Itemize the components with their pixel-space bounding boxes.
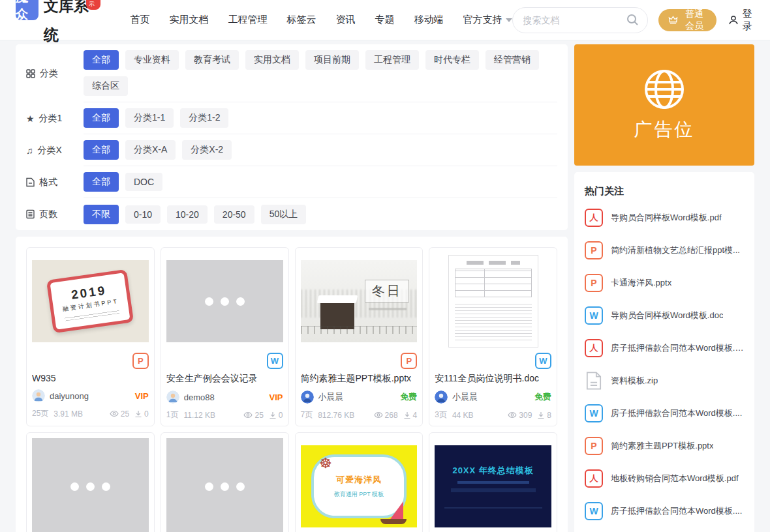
ad-banner[interactable]: 广告位 xyxy=(574,44,754,166)
document-card[interactable]: 20XX 年终总结模板 xyxy=(429,432,557,532)
nav-item-practical-docs[interactable]: 实用文档 xyxy=(170,14,209,26)
document-card[interactable] xyxy=(161,432,289,532)
document-card[interactable] xyxy=(26,432,155,532)
filter-chip[interactable]: 分类X-2 xyxy=(182,140,232,160)
document-card[interactable]: 冬日 简约素雅主题PPT模板.pptx 小晨晨 免费 xyxy=(295,247,424,426)
star-icon: ★ xyxy=(26,114,35,123)
price-badge: 免费 xyxy=(400,391,417,403)
document-grid: 2019 融资计划书PPT W935 daiyuno xyxy=(26,247,557,532)
document-title[interactable]: W935 xyxy=(32,373,149,383)
site-logo[interactable]: 魔众 文库系统 演示 xyxy=(16,0,103,49)
document-title[interactable]: 简约素雅主题PPT模板.pptx xyxy=(301,373,418,385)
ppt-format-icon xyxy=(132,353,149,369)
filter-chip[interactable]: 分类X-A xyxy=(125,140,176,160)
document-title[interactable]: 安全生产例会会议记录 xyxy=(166,373,283,385)
filter-options: 全部 分类1-1 分类1-2 xyxy=(84,102,557,134)
hot-list-item[interactable]: 房子抵押借款合同范本Word模板.pdf xyxy=(585,332,744,364)
nav-item-home[interactable]: 首页 xyxy=(131,14,150,26)
nav-item-official-support[interactable]: 官方支持 xyxy=(463,14,512,26)
crown-icon xyxy=(668,16,678,24)
nav-item-mobile[interactable]: 移动端 xyxy=(414,14,444,26)
filter-chip-all[interactable]: 全部 xyxy=(84,108,119,128)
hot-list-item[interactable]: 房子抵押借款合同范本Word模板.... xyxy=(585,495,744,527)
filter-row-format: 格式 全部 DOC xyxy=(26,166,557,198)
login-link[interactable]: 登录 xyxy=(728,8,754,33)
eye-icon xyxy=(243,411,253,419)
ppt-format-icon xyxy=(401,353,417,369)
filter-chip[interactable]: 项目前期 xyxy=(305,50,359,70)
hot-list-item[interactable]: 房子抵押借款合同范本Word模板.... xyxy=(585,397,744,430)
nav-item-project-mgmt[interactable]: 工程管理 xyxy=(228,14,268,26)
hot-list-item[interactable]: 资料模板.zip xyxy=(585,364,744,397)
logo-text: 文库系统 xyxy=(44,0,89,49)
download-icon xyxy=(403,411,411,419)
nav-item-topics[interactable]: 专题 xyxy=(375,14,395,26)
document-stats: 3页 44 KB 309 8 xyxy=(435,409,551,421)
author-name[interactable]: daiyunong xyxy=(50,391,135,401)
hot-list-item[interactable]: 导购员合同样板Word模板.doc xyxy=(585,299,744,332)
filter-chip[interactable]: 教育考试 xyxy=(185,50,239,70)
author-name[interactable]: 小晨晨 xyxy=(318,391,401,403)
filter-chip[interactable]: 50以上 xyxy=(261,205,307,224)
filter-chip[interactable]: 0-10 xyxy=(125,205,161,224)
filter-chip[interactable]: 分类1-2 xyxy=(180,108,228,128)
word-format-icon xyxy=(267,353,283,369)
sailboat-graphic xyxy=(389,501,403,521)
pages-icon xyxy=(26,209,35,219)
filter-chip[interactable]: 实用文档 xyxy=(245,50,299,70)
filter-chip-all[interactable]: 全部 xyxy=(84,140,119,160)
filter-chip[interactable]: 20-50 xyxy=(214,205,254,224)
author-name[interactable]: 小晨晨 xyxy=(452,391,534,403)
filter-chip-all[interactable]: 全部 xyxy=(84,172,119,192)
filter-chip[interactable]: DOC xyxy=(125,173,162,191)
filter-options: 不限 0-10 10-20 20-50 50以上 xyxy=(84,198,557,230)
search-icon[interactable] xyxy=(626,14,639,26)
filter-chip[interactable]: 分类1-1 xyxy=(125,108,174,128)
filter-chip[interactable]: 工程管理 xyxy=(365,50,419,70)
document-thumbnail xyxy=(435,253,551,349)
ppt-file-icon xyxy=(585,241,603,259)
document-page-preview xyxy=(448,255,538,347)
filter-chip[interactable]: 时代专栏 xyxy=(425,50,479,70)
filter-row-category1: ★ 分类1 全部 分类1-1 分类1-2 xyxy=(26,102,557,134)
filter-chip[interactable]: 综合区 xyxy=(84,76,128,96)
filter-chip[interactable]: 10-20 xyxy=(167,205,208,224)
document-card[interactable]: ☸ 可爱海洋风 教育通用 PPT 模板 xyxy=(295,432,424,532)
hot-list-item[interactable]: 简约素雅主题PPT模板.pptx xyxy=(585,430,744,462)
document-card[interactable]: 2019 融资计划书PPT W935 daiyuno xyxy=(26,247,155,426)
hot-item-name: 房子抵押借款合同范本Word模板.... xyxy=(611,407,742,419)
eye-icon xyxy=(110,410,119,417)
filter-chip[interactable]: 专业资料 xyxy=(125,50,179,70)
demo-badge: 演示 xyxy=(86,0,100,10)
author-name[interactable]: demo88 xyxy=(184,392,270,402)
filter-chip-all[interactable]: 不限 xyxy=(84,205,119,224)
view-count: 309 xyxy=(519,411,532,420)
document-card[interactable]: 安111全员岗位说明书.doc 小晨晨 免费 3页 44 KB 309 8 xyxy=(429,247,557,426)
hot-list-item[interactable]: 导购员合同样板Word模板.pdf xyxy=(585,201,744,234)
file-icon xyxy=(26,177,35,187)
filter-label-text: 页数 xyxy=(39,209,57,220)
document-card[interactable]: 安全生产例会会议记录 demo88 VIP 1页 11.12 KB 25 xyxy=(161,247,289,426)
member-button[interactable]: 普通会员 xyxy=(658,9,717,31)
hot-item-name: 导购员合同样板Word模板.doc xyxy=(611,310,723,321)
nav-item-news[interactable]: 资讯 xyxy=(336,14,356,26)
hot-list-title: 热门关注 xyxy=(585,185,744,198)
document-title[interactable]: 安111全员岗位说明书.doc xyxy=(435,373,551,385)
page-count: 3页 xyxy=(435,409,447,421)
pdf-file-icon xyxy=(585,339,603,357)
loading-dots-placeholder xyxy=(205,297,245,306)
pdf-file-icon xyxy=(585,469,603,488)
document-grid-panel: 2019 融资计划书PPT W935 daiyuno xyxy=(16,237,568,532)
filter-options: 全部 分类X-A 分类X-2 xyxy=(84,134,557,166)
top-navbar: 魔众 文库系统 演示 首页 实用文档 工程管理 标签云 资讯 专题 移动端 官方… xyxy=(0,0,770,40)
nav-item-tag-cloud[interactable]: 标签云 xyxy=(287,14,316,26)
hot-list-item[interactable]: 地板砖购销合同范本Word模板.pdf xyxy=(585,462,744,495)
filter-label-text: 格式 xyxy=(39,177,57,188)
hot-list-item[interactable]: 简约清新植物文艺总结汇报ppt模... xyxy=(585,234,744,267)
filter-chip[interactable]: 经管营销 xyxy=(485,50,539,70)
member-button-label: 普通会员 xyxy=(682,8,707,32)
filter-chip-all[interactable]: 全部 xyxy=(84,50,119,70)
hot-item-name: 简约清新植物文艺总结汇报ppt模... xyxy=(611,244,740,256)
hot-list-item[interactable]: 卡通海洋风.pptx xyxy=(585,267,744,299)
document-thumbnail xyxy=(32,438,149,532)
